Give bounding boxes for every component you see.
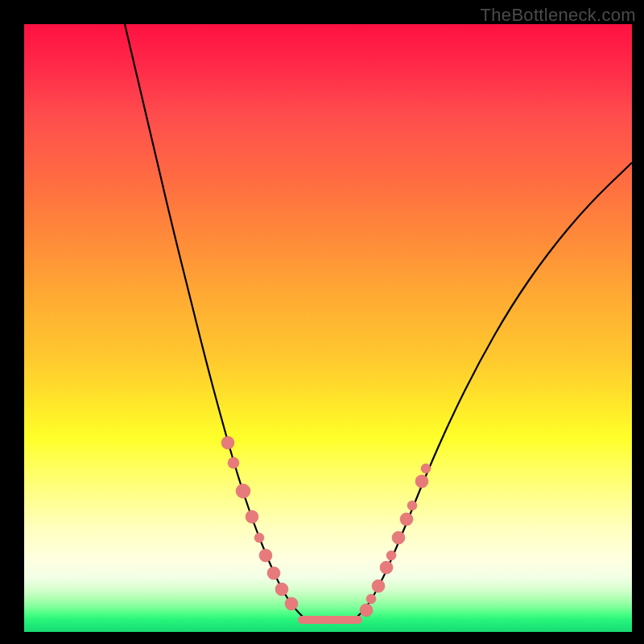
- data-point: [285, 597, 298, 610]
- data-point: [366, 594, 376, 604]
- curve-right-branch: [306, 163, 632, 620]
- data-point: [407, 501, 417, 510]
- data-point: [372, 580, 385, 592]
- dots-left-group: [221, 436, 298, 610]
- data-point: [275, 583, 288, 596]
- dots-right-group: [360, 464, 431, 617]
- data-point: [228, 457, 239, 469]
- data-point: [386, 551, 396, 560]
- data-point: [421, 464, 431, 473]
- data-point: [392, 531, 405, 544]
- data-point: [259, 549, 272, 562]
- data-point: [400, 513, 413, 526]
- data-point: [267, 567, 280, 580]
- data-point: [380, 561, 393, 574]
- curve-svg: [24, 24, 632, 632]
- watermark-text: TheBottleneck.com: [481, 5, 636, 26]
- data-point: [360, 604, 373, 617]
- data-point: [254, 533, 264, 543]
- chart-frame: TheBottleneck.com: [0, 0, 644, 644]
- plot-area: [24, 24, 632, 632]
- data-point: [415, 475, 428, 488]
- data-point: [246, 510, 258, 523]
- data-point: [221, 436, 234, 449]
- curve-left-branch: [125, 24, 354, 620]
- data-point: [236, 484, 250, 498]
